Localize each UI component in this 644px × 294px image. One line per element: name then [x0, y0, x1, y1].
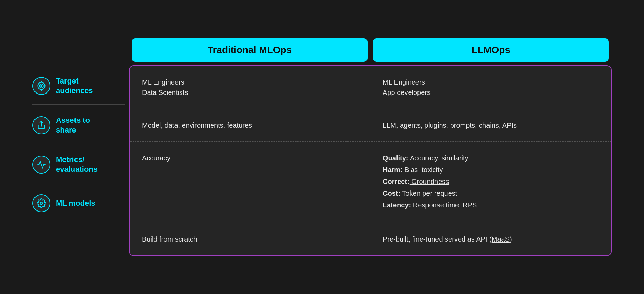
metric-quality-label: Quality: [383, 154, 408, 162]
gear-icon [37, 198, 46, 208]
metric-harm-value: Bias, toxicity [403, 166, 443, 174]
metric-latency-value: Response time, RPS [411, 201, 477, 209]
metric-quality: Quality: Accuracy, similarity [383, 153, 598, 163]
sidebar-item-metrics: Metrics/evaluations [32, 144, 125, 183]
cell-llmops-assets: LLM, agents, plugins, prompts, chains, A… [370, 109, 611, 141]
metric-cost-value: Token per request [400, 189, 457, 197]
target-icon [37, 81, 46, 91]
target-icon-circle [32, 77, 50, 95]
mlops-header: Traditional MLOps [132, 38, 368, 62]
metric-cost-label: Cost: [383, 189, 400, 197]
svg-point-6 [40, 202, 43, 205]
cell-mlops-metrics: Accuracy [130, 142, 370, 223]
gear-icon-circle [32, 194, 50, 212]
llmops-header: LLMOps [373, 38, 609, 62]
metric-correct-label: Correct: [383, 178, 410, 185]
sidebar-item-target-audiences: Targetaudiences [32, 65, 125, 105]
metric-correct: Correct: Groundness [383, 176, 598, 187]
main-container: Traditional MLOps LLMOps Targetaudiences [19, 28, 625, 266]
share-icon-circle [32, 116, 50, 134]
maas-text: MaaS [492, 235, 510, 243]
chart-icon [37, 160, 46, 169]
svg-point-2 [41, 85, 42, 87]
header-row: Traditional MLOps LLMOps [32, 38, 612, 62]
mlops-models-text: Build from scratch [142, 234, 358, 244]
metric-cost: Cost: Token per request [383, 188, 598, 198]
table-row-metrics: Accuracy Quality: Accuracy, similarity H… [130, 142, 611, 223]
cell-mlops-assets: Model, data, environments, features [130, 109, 370, 141]
mlops-target-line2: Data Scientists [142, 87, 358, 98]
sidebar-item-assets-to-share: Assets toshare [32, 105, 125, 144]
table-row-target-audiences: ML Engineers Data Scientists ML Engineer… [130, 66, 611, 109]
mlops-assets-text: Model, data, environments, features [142, 120, 358, 130]
share-icon [37, 120, 46, 130]
cell-mlops-models: Build from scratch [130, 223, 370, 255]
metric-correct-value: Groundness [410, 178, 449, 185]
metric-quality-value: Accuracy, similarity [408, 154, 468, 162]
assets-to-share-label: Assets toshare [56, 116, 90, 135]
mlops-metrics-text: Accuracy [142, 153, 358, 163]
llmops-target-line1: ML Engineers [383, 77, 598, 87]
sidebar-item-ml-models: ML models [32, 183, 125, 220]
llmops-models-text: Pre-built, fine-tuned served as API (Maa… [383, 234, 598, 244]
cell-llmops-metrics: Quality: Accuracy, similarity Harm: Bias… [370, 142, 611, 223]
content-table: ML Engineers Data Scientists ML Engineer… [129, 65, 612, 256]
ml-models-label: ML models [56, 198, 95, 208]
chart-icon-circle [32, 156, 50, 174]
cell-llmops-target: ML Engineers App developers [370, 66, 611, 109]
metrics-label: Metrics/evaluations [56, 155, 98, 175]
header-spacer [32, 38, 129, 62]
main-layout: Targetaudiences Assets toshare [32, 65, 612, 256]
table-row-ml-models: Build from scratch Pre-built, fine-tuned… [130, 223, 611, 255]
cell-mlops-target: ML Engineers Data Scientists [130, 66, 370, 109]
llmops-target-line2: App developers [383, 87, 598, 98]
sidebar: Targetaudiences Assets toshare [32, 65, 129, 256]
mlops-target-line1: ML Engineers [142, 77, 358, 87]
metric-latency: Latency: Response time, RPS [383, 200, 598, 210]
metric-harm-label: Harm: [383, 166, 403, 174]
llmops-assets-text: LLM, agents, plugins, prompts, chains, A… [383, 120, 598, 130]
metric-latency-label: Latency: [383, 201, 411, 209]
cell-llmops-models: Pre-built, fine-tuned served as API (Maa… [370, 223, 611, 255]
target-audiences-label: Targetaudiences [56, 76, 93, 96]
metric-harm: Harm: Bias, toxicity [383, 165, 598, 175]
table-row-assets: Model, data, environments, features LLM,… [130, 109, 611, 142]
